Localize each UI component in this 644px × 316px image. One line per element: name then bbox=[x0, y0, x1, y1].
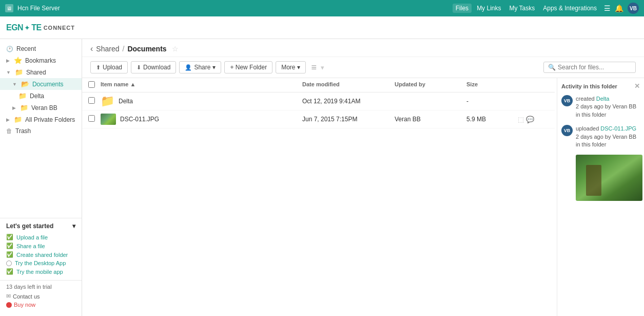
get-started-desktop[interactable]: Try the Desktop App bbox=[6, 259, 75, 267]
sidebar-item-trash[interactable]: 🗑 Trash bbox=[0, 125, 82, 137]
logo-yte: TE bbox=[31, 23, 41, 32]
check-share-icon: ✅ bbox=[6, 243, 13, 249]
check-upload-icon: ✅ bbox=[6, 234, 13, 240]
content-area: ‹ Shared / Documents ☆ ⬆ Upload ⬇ Downlo… bbox=[82, 39, 644, 316]
breadcrumb-bar: ‹ Shared / Documents ☆ bbox=[82, 39, 644, 57]
top-nav: 🖥 Hcn File Server Files My Links My Task… bbox=[0, 0, 644, 16]
check-folder-icon: ✅ bbox=[6, 251, 13, 258]
row-select-delta[interactable] bbox=[88, 97, 95, 104]
breadcrumb-separator: / bbox=[122, 45, 124, 53]
user-avatar[interactable]: VB bbox=[628, 3, 639, 14]
more-label: More bbox=[281, 64, 295, 71]
table-row: 📁 Delta Oct 12, 2019 9:41AM - bbox=[82, 92, 555, 110]
nav-icons: ☰ 🔔 VB bbox=[604, 3, 639, 14]
documents-expand-icon: ▼ bbox=[12, 82, 17, 87]
trial-panel: 13 days left in trial ✉ Contact us Buy n… bbox=[0, 280, 82, 312]
toolbar: ⬆ Upload ⬇ Download 👤 Share ▾ + New Fold… bbox=[82, 57, 644, 78]
img-file-name[interactable]: DSC-011.JPG bbox=[101, 114, 302, 125]
contact-us-label: Contact us bbox=[13, 293, 40, 300]
shared-folder-icon: 📁 bbox=[15, 68, 23, 76]
view-dropdown-icon[interactable]: ▾ bbox=[321, 64, 324, 71]
sidebar-item-recent[interactable]: 🕐 Recent bbox=[0, 43, 82, 54]
activity-close-button[interactable]: ✕ bbox=[634, 82, 640, 90]
row-checkbox-img[interactable] bbox=[88, 115, 101, 123]
buy-now-link[interactable]: Buy now bbox=[6, 301, 75, 309]
check-mobile-icon: ✅ bbox=[6, 268, 13, 275]
shared-expand-icon: ▼ bbox=[6, 70, 11, 75]
buy-now-label: Buy now bbox=[14, 302, 35, 308]
search-icon: 🔍 bbox=[548, 64, 556, 71]
delta-folder-icon: 📁 bbox=[18, 92, 27, 100]
search-box: 🔍 bbox=[543, 62, 636, 73]
top-nav-left: 🖥 Hcn File Server bbox=[5, 4, 60, 12]
img-date: Jun 7, 2015 7:15PM bbox=[302, 116, 395, 123]
server-name: Hcn File Server bbox=[17, 5, 60, 12]
allprivate-folder-icon: 📁 bbox=[14, 116, 22, 123]
sidebar-item-bookmarks[interactable]: ▶ ⭐ Bookmarks bbox=[0, 54, 82, 66]
new-folder-button[interactable]: + New Folder bbox=[224, 61, 272, 73]
get-started-upload[interactable]: ✅ Upload a file bbox=[6, 233, 75, 241]
hamburger-icon[interactable]: ☰ bbox=[604, 4, 611, 12]
row-checkbox[interactable] bbox=[88, 97, 101, 105]
sidebar-label-allprivate: All Private Folders bbox=[25, 116, 75, 123]
sidebar-label-documents: Documents bbox=[32, 81, 64, 88]
nav-mytasks-button[interactable]: My Tasks bbox=[506, 4, 538, 13]
more-button[interactable]: More ▾ bbox=[276, 61, 306, 73]
delta-file-name[interactable]: 📁 Delta bbox=[101, 96, 302, 107]
nav-files-button[interactable]: Files bbox=[453, 4, 472, 13]
sidebar-label-bookmarks: Bookmarks bbox=[25, 57, 56, 64]
download-label: Download bbox=[143, 64, 170, 71]
img-action-share-icon[interactable]: ⬚ bbox=[518, 116, 524, 123]
get-started-share[interactable]: ✅ Share a file bbox=[6, 241, 75, 250]
delta-name-text: Delta bbox=[119, 98, 133, 105]
sidebar-item-documents[interactable]: ▼ 📂 Documents bbox=[0, 78, 82, 90]
activity-image-preview bbox=[576, 155, 642, 201]
sidebar-item-delta[interactable]: 📁 Delta bbox=[0, 90, 82, 102]
nav-mylinks-button[interactable]: My Links bbox=[474, 4, 504, 13]
activity-title: Activity in this folder bbox=[561, 83, 617, 89]
delta-date: Oct 12, 2019 9:41AM bbox=[302, 98, 395, 105]
get-started-share-label: Share a file bbox=[16, 243, 45, 249]
activity-action-1: created bbox=[576, 96, 595, 102]
bookmarks-folder-icon: ⭐ bbox=[14, 57, 22, 64]
sidebar-label-delta: Delta bbox=[30, 92, 44, 100]
header-name[interactable]: Item name ▲ bbox=[101, 81, 302, 89]
delta-size: - bbox=[466, 98, 518, 105]
sidebar-nav: 🕐 Recent ▶ ⭐ Bookmarks ▼ 📁 Shared ▼ 📂 Do… bbox=[0, 43, 82, 137]
logo-bar: EGN ✦ TE CONNECT bbox=[0, 16, 644, 39]
download-icon: ⬇ bbox=[136, 64, 141, 71]
bell-icon[interactable]: 🔔 bbox=[615, 4, 623, 12]
breadcrumb-parent[interactable]: Shared bbox=[96, 45, 119, 53]
row-select-img[interactable] bbox=[88, 115, 95, 122]
sidebar-item-shared[interactable]: ▼ 📁 Shared bbox=[0, 66, 82, 78]
download-button[interactable]: ⬇ Download bbox=[131, 61, 176, 73]
sidebar-item-veran[interactable]: ▶ 📁 Veran BB bbox=[0, 102, 82, 114]
favorite-star-icon[interactable]: ☆ bbox=[172, 45, 179, 53]
activity-avatar-1: VB bbox=[561, 95, 573, 106]
share-button[interactable]: 👤 Share ▾ bbox=[179, 61, 221, 73]
activity-link-2[interactable]: DSC-011.JPG bbox=[600, 125, 636, 132]
get-started-header[interactable]: Let's get started ▾ bbox=[6, 222, 75, 230]
allprivate-expand-icon: ▶ bbox=[6, 117, 10, 122]
more-dropdown-icon: ▾ bbox=[297, 64, 300, 71]
activity-link-1[interactable]: Delta bbox=[596, 96, 610, 102]
upload-button[interactable]: ⬆ Upload bbox=[90, 61, 128, 73]
get-started-mobile[interactable]: ✅ Try the mobile app bbox=[6, 267, 75, 276]
main-layout: 🕐 Recent ▶ ⭐ Bookmarks ▼ 📁 Shared ▼ 📂 Do… bbox=[0, 39, 644, 316]
img-action-comment-icon[interactable]: 💬 bbox=[526, 116, 534, 123]
sidebar-item-all-private[interactable]: ▶ 📁 All Private Folders bbox=[0, 114, 82, 125]
logo-connect-text: CONNECT bbox=[44, 25, 75, 31]
veran-expand-icon: ▶ bbox=[12, 105, 16, 110]
get-started-create-folder[interactable]: ✅ Create shared folder bbox=[6, 250, 75, 259]
back-button[interactable]: ‹ bbox=[90, 44, 93, 53]
trial-days: 13 days left in trial bbox=[6, 284, 75, 290]
documents-folder-icon: 📂 bbox=[21, 80, 29, 88]
get-started-folder-label: Create shared folder bbox=[16, 252, 68, 258]
search-input[interactable] bbox=[558, 64, 631, 71]
image-thumb-inner bbox=[101, 114, 116, 125]
header-checkbox[interactable] bbox=[88, 81, 101, 89]
view-list-icon[interactable]: ≡ bbox=[311, 62, 317, 73]
contact-us-link[interactable]: ✉ Contact us bbox=[6, 292, 75, 301]
select-all-checkbox[interactable] bbox=[88, 81, 95, 88]
nav-apps-button[interactable]: Apps & Integrations bbox=[540, 4, 600, 13]
